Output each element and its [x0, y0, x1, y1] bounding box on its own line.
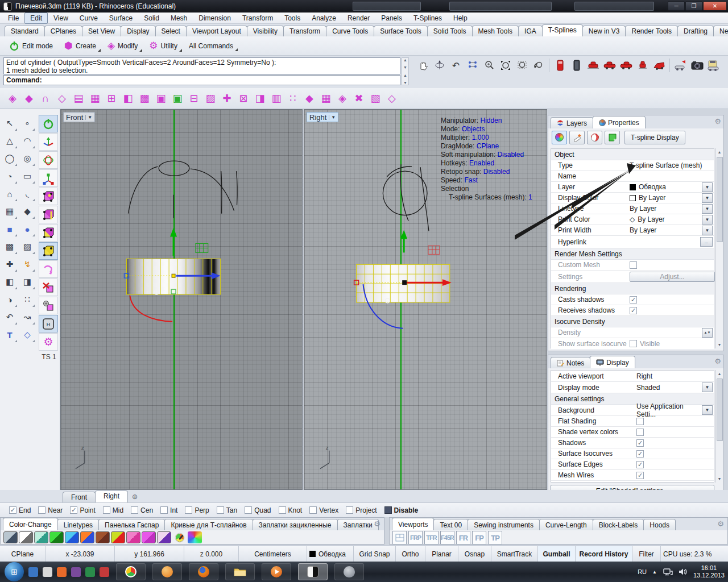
rhino-taskbar-icon[interactable] [298, 563, 328, 580]
tspline-tool-icon[interactable]: ◈ [5, 90, 20, 106]
color-swatch[interactable] [34, 531, 48, 543]
patch-icon[interactable]: ▩ [1, 238, 18, 255]
osnap-toggle[interactable]: Osnap [458, 546, 491, 562]
trim-icon[interactable]: ◧ [1, 273, 18, 290]
color-swatch[interactable] [142, 531, 156, 543]
viewport-tab-right[interactable]: Right [95, 490, 128, 502]
clock[interactable]: 16:0113.12.2013 [693, 564, 725, 579]
tab-notes[interactable]: Notes [551, 357, 590, 368]
color-swatch[interactable] [126, 531, 140, 543]
display-row-background[interactable]: BackgroundUse Application Setti...▼ [551, 405, 714, 416]
linetype-dropdown[interactable]: ▼ [702, 204, 713, 214]
panel-options-gear-icon[interactable]: ⚙ [714, 357, 721, 365]
cplane-pane[interactable]: CPlane [0, 546, 46, 562]
save-view-icon[interactable] [706, 58, 721, 73]
viewport-layout-button[interactable]: F45R [440, 531, 454, 544]
tspline-tool-icon[interactable]: ✖ [351, 90, 367, 106]
close-button[interactable]: ✕ [703, 1, 727, 11]
layer-dropdown[interactable]: ▼ [702, 182, 713, 192]
menu-surface[interactable]: Surface [104, 13, 138, 24]
blend-icon[interactable]: ◑ [1, 291, 18, 308]
view-top-icon[interactable] [552, 58, 568, 73]
background-dropdown[interactable]: ▼ [702, 405, 713, 415]
property-row-display-color[interactable]: Display ColorBy Layer▼ [551, 193, 714, 203]
osnap-cen[interactable]: Cen [131, 506, 153, 514]
project-checkbox[interactable] [346, 506, 353, 514]
tab-properties[interactable]: Properties [593, 116, 646, 128]
modify-button[interactable]: ◈Modify [104, 39, 143, 52]
density-spinner[interactable]: ▲▼ [702, 328, 713, 338]
tab-viewports[interactable]: Viewports [392, 518, 434, 530]
tab-surface-tools[interactable]: Surface Tools [374, 26, 428, 36]
volume-icon[interactable] [679, 568, 688, 576]
tab-curve-length[interactable]: Curve-Length [539, 519, 593, 530]
osnap-tan[interactable]: Tan [217, 506, 237, 514]
zoom-previous-icon[interactable] [531, 58, 546, 73]
display-row-display-mode[interactable]: Display modeShaded▼ [551, 382, 714, 393]
tspline-tool-icon[interactable]: ▦ [318, 90, 334, 106]
tab-set-view[interactable]: Set View [82, 26, 121, 36]
viewport-layout-button[interactable]: TFR [424, 531, 439, 544]
quad-checkbox[interactable] [245, 506, 252, 514]
capture-camera-icon[interactable] [689, 58, 705, 73]
explode-icon[interactable]: ↯ [19, 256, 36, 273]
tab-mesh-tools[interactable]: Mesh Tools [472, 26, 519, 36]
osnap-point[interactable]: Point [70, 506, 95, 514]
box-icon[interactable]: ■ [1, 221, 18, 238]
undo-view-icon[interactable]: ↶ [448, 58, 464, 73]
utility-button[interactable]: ⚙Utility [146, 39, 183, 52]
tab-standard[interactable]: Standard [5, 26, 45, 36]
zoom-extents-icon[interactable] [498, 58, 513, 73]
surface-icon[interactable]: ◆ [19, 203, 36, 220]
diamond-icon[interactable]: ◇ [19, 326, 36, 343]
network-icon[interactable] [663, 568, 673, 576]
tab-select[interactable]: Select [155, 26, 187, 36]
view-front-icon[interactable] [585, 58, 601, 73]
pan-icon[interactable] [415, 58, 431, 73]
tspline-tool-icon[interactable]: ◆ [301, 90, 317, 106]
all-commands-button[interactable]: All Commands [185, 40, 239, 52]
osnap-int[interactable]: Int [160, 506, 177, 514]
taskbar-pinned-icon[interactable] [100, 567, 109, 577]
viewport-layout-button[interactable]: TP [488, 531, 502, 544]
set-view-widget-icon[interactable] [673, 58, 688, 73]
tspline-tool-icon[interactable]: ▥ [268, 90, 284, 106]
tab-viewport-layout[interactable]: Viewport Layout [186, 26, 247, 36]
surface-grid-icon[interactable]: ▦ [1, 203, 18, 220]
tab-linetypes[interactable]: Linetypes [57, 519, 99, 530]
view-left-icon[interactable] [618, 58, 634, 73]
menu-tools[interactable]: Tools [279, 13, 306, 24]
tspline-tool-icon[interactable]: ∷ [285, 90, 301, 106]
hyperlink-browse-button[interactable]: ... [700, 237, 713, 247]
record-history-toggle[interactable]: Record History [576, 546, 632, 562]
named-views-icon[interactable] [465, 58, 480, 73]
display-color-dropdown[interactable]: ▼ [702, 193, 713, 203]
rotate-view-icon[interactable] [432, 58, 447, 73]
command-history[interactable]: End of cylinder ( OutputType=Smooth Vert… [3, 57, 400, 74]
tspline-tool-icon[interactable]: ▧ [367, 90, 383, 106]
tab-render-tools[interactable]: Render Tools [625, 26, 678, 36]
menu-solid[interactable]: Solid [138, 13, 165, 24]
ts-edit-mode-toggle[interactable] [39, 115, 58, 132]
taskbar-pinned-icon[interactable] [28, 567, 38, 577]
polyline-icon[interactable]: △ [1, 132, 18, 149]
ts-merge-icon[interactable] [39, 297, 58, 314]
viewport-layout-button[interactable]: FRP [408, 531, 423, 544]
tab-block-labels[interactable]: Block-Labels [593, 519, 644, 530]
select-pointer-icon[interactable]: ↖ [1, 115, 18, 132]
viewport-right-title[interactable]: Right▼ [307, 112, 338, 122]
viewport-layout-split-icon[interactable] [392, 531, 407, 544]
viewport-right[interactable]: z Manipulator: Hidden Mode: Objects Mult… [304, 109, 547, 490]
color-swatch[interactable] [96, 531, 110, 543]
custom-mesh-checkbox[interactable] [630, 261, 637, 269]
tab-transform[interactable]: Transform [283, 26, 326, 36]
tspline-tool-icon[interactable]: ◆ [21, 90, 37, 106]
tan-checkbox[interactable] [217, 506, 224, 514]
rebuild-icon[interactable]: ↶ [1, 309, 18, 326]
tab-curve-tools[interactable]: Curve Tools [326, 26, 374, 36]
panel-options-gear-icon[interactable]: ⚙ [714, 118, 721, 125]
osnap-vertex[interactable]: Vertex [309, 506, 338, 514]
color-swatch[interactable] [65, 531, 79, 543]
tspline-display-button[interactable]: T-spline Display [624, 131, 685, 144]
viewport-tab-front[interactable]: Front [63, 492, 96, 502]
